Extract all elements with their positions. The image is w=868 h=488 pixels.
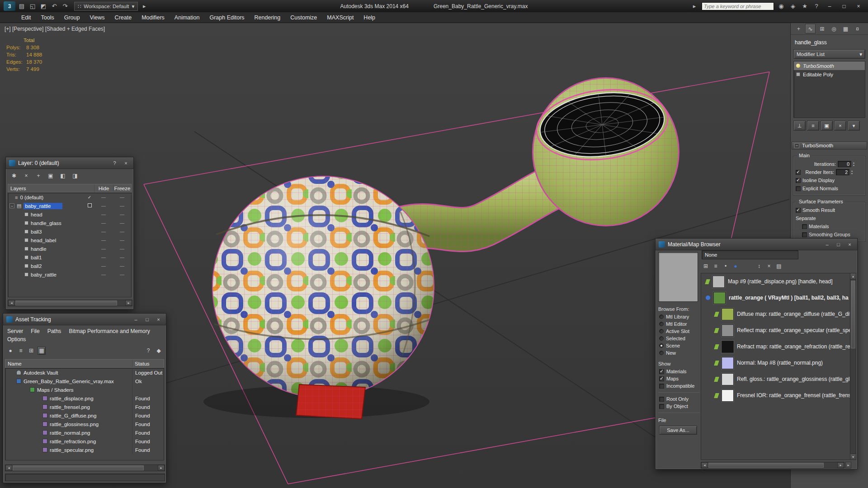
checkbox-icon[interactable]: [659, 384, 664, 389]
modifier-enabled-icon[interactable]: [796, 64, 800, 68]
menu-tools[interactable]: Tools: [36, 12, 59, 23]
workspace-selector[interactable]: ∷ Workspace: Default ▾: [74, 2, 138, 11]
show-incompatible[interactable]: Incompatible: [657, 382, 701, 389]
modifier-stack-item-editable-poly[interactable]: Editable Poly: [794, 70, 865, 79]
object-name-field[interactable]: handle_glass: [791, 38, 868, 47]
hide-toggle[interactable]: —: [94, 203, 113, 208]
minimize-button[interactable]: –: [132, 316, 140, 323]
remove-modifier-button[interactable]: ×: [834, 121, 846, 131]
select-layer-objects-icon[interactable]: ▣: [47, 172, 55, 180]
hide-toggle[interactable]: —: [94, 221, 113, 225]
collapse-icon[interactable]: −: [9, 203, 14, 208]
isoline-display-checkbox[interactable]: [796, 178, 801, 183]
menu-server[interactable]: Server: [7, 327, 23, 335]
smoothing-groups-checkbox[interactable]: [802, 232, 807, 237]
menu-graph-editors[interactable]: Graph Editors: [204, 12, 249, 23]
small-icons-icon[interactable]: •: [722, 262, 730, 270]
table-row[interactable]: rattle_glossiness.png Found: [5, 420, 164, 428]
hierarchy-tab-icon[interactable]: ⊞: [817, 24, 827, 33]
grid-view-icon[interactable]: ⊞: [27, 347, 35, 355]
radio-icon[interactable]: [659, 329, 664, 333]
menu-rendering[interactable]: Rendering: [250, 12, 286, 23]
material-entry[interactable]: Fresnel IOR: rattle_orange_frensel (ratt…: [701, 387, 850, 404]
save-as-button[interactable]: Save As...: [659, 426, 697, 435]
delete-layer-icon[interactable]: ×: [22, 172, 30, 180]
layer-row-handle[interactable]: handle — —: [8, 244, 131, 253]
radio-icon[interactable]: [659, 343, 664, 348]
render-iters-field[interactable]: 2: [836, 169, 849, 175]
browse-from-scene[interactable]: Scene: [657, 342, 701, 349]
freeze-toggle[interactable]: —: [113, 212, 131, 217]
turbosmooth-rollout-header[interactable]: − TurboSmooth: [792, 141, 867, 150]
hide-toggle[interactable]: —: [94, 229, 113, 234]
table-row[interactable]: rattle_specular.png Found: [5, 446, 164, 454]
map-thumbnail[interactable]: [722, 308, 734, 320]
help-icon[interactable]: ?: [812, 2, 821, 11]
layer-row-ball2[interactable]: ball2 — —: [8, 262, 131, 270]
show-by-object[interactable]: By Object: [657, 403, 701, 410]
layer-select-box[interactable]: [85, 203, 94, 208]
table-view-icon[interactable]: ▦: [38, 347, 46, 355]
utilities-tab-icon[interactable]: ¤: [852, 24, 863, 33]
freeze-toggle[interactable]: —: [113, 238, 131, 243]
scroll-right-icon[interactable]: ▸: [125, 300, 132, 306]
menu-customize[interactable]: Customize: [285, 12, 322, 23]
table-row[interactable]: rattle_displace.png Found: [5, 394, 164, 403]
hide-column-header[interactable]: Hide: [94, 184, 113, 192]
new-scene-icon[interactable]: ▤: [17, 2, 26, 11]
render-iters-spinner[interactable]: ▴▾: [851, 169, 853, 175]
menu-group[interactable]: Group: [59, 12, 85, 23]
freeze-toggle[interactable]: —: [113, 195, 131, 200]
map-thumbnail[interactable]: [722, 373, 734, 385]
list-view-icon[interactable]: ≡: [712, 262, 720, 270]
scroll-left-icon[interactable]: ◂: [5, 465, 12, 471]
radio-icon[interactable]: [659, 322, 664, 326]
scroll-left-icon[interactable]: ◂: [8, 300, 15, 306]
table-row[interactable]: Autodesk Vault Logged Out: [5, 368, 164, 377]
browse-from-mtl-library[interactable]: Mtl Library: [657, 313, 701, 320]
collapse-icon[interactable]: −: [794, 143, 799, 148]
scroll-corner-right-icon[interactable]: ▸: [845, 462, 851, 469]
scroll-down-icon[interactable]: ▾: [850, 454, 856, 460]
freeze-toggle[interactable]: —: [113, 229, 131, 234]
checkbox-icon[interactable]: [659, 369, 664, 374]
open-file-icon[interactable]: ◱: [28, 2, 37, 11]
menu-animation[interactable]: Animation: [170, 12, 205, 23]
iterations-spinner[interactable]: ▴▾: [853, 161, 854, 167]
menu-edit[interactable]: Edit: [16, 12, 36, 23]
undo-icon[interactable]: ↶: [50, 2, 59, 11]
hide-toggle[interactable]: —: [94, 255, 113, 260]
close-button[interactable]: ×: [122, 160, 130, 167]
maximize-button[interactable]: □: [838, 2, 850, 10]
layer-row-handle-glass[interactable]: handle_glass — —: [8, 219, 131, 227]
freeze-column-header[interactable]: Freeze: [113, 184, 131, 192]
menu-maxscript[interactable]: MAXScript: [322, 12, 359, 23]
help-button[interactable]: ?: [110, 160, 119, 167]
refresh-icon[interactable]: ●: [6, 347, 14, 355]
freeze-toggle[interactable]: —: [113, 246, 131, 251]
show-root-only[interactable]: Root Only: [657, 395, 701, 403]
maximize-button[interactable]: □: [143, 316, 151, 323]
menu-views[interactable]: Views: [85, 12, 109, 23]
favorites-star-icon[interactable]: ★: [800, 2, 809, 11]
max-logo-icon[interactable]: 3: [4, 1, 15, 11]
explicit-normals-checkbox[interactable]: [796, 186, 801, 191]
radio-icon[interactable]: [659, 351, 664, 355]
vertical-scrollbar[interactable]: ▴: [850, 273, 856, 460]
close-button[interactable]: ×: [154, 316, 163, 323]
material-entry[interactable]: Reflect map: rattle_orange_specular (rat…: [701, 322, 850, 338]
map-thumbnail[interactable]: [722, 341, 734, 353]
menu-options[interactable]: Options: [7, 335, 26, 343]
map-thumbnail[interactable]: [712, 276, 725, 288]
viewport-label[interactable]: [+] [Perspective] [Shaded + Edged Faces]: [5, 26, 105, 32]
scroll-right-icon[interactable]: ▸: [837, 462, 844, 468]
close-button[interactable]: ×: [845, 241, 854, 248]
show-materials[interactable]: Materials: [657, 368, 701, 375]
radio-icon[interactable]: [659, 314, 664, 319]
checkbox-icon[interactable]: [659, 397, 664, 402]
search-input[interactable]: [704, 4, 772, 9]
checkbox-icon[interactable]: [659, 376, 664, 381]
highlight-layer-icon[interactable]: ◨: [71, 172, 79, 180]
lock-icon[interactable]: ◆: [155, 347, 163, 355]
menu-paths[interactable]: Paths: [47, 327, 61, 335]
